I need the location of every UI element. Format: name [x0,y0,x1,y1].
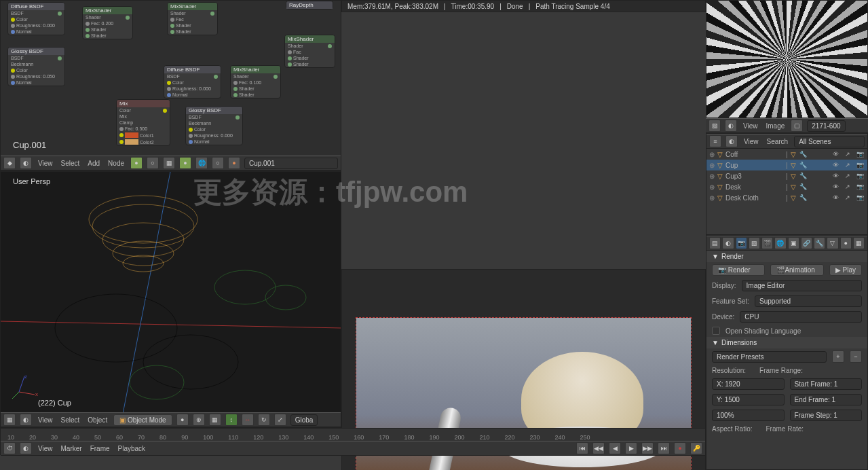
timeline[interactable]: 1020304050607080901001101201301401501601… [0,428,706,455]
menu-object[interactable]: Object [86,416,109,424]
render-button[interactable]: 📷 Render [712,264,765,276]
animation-button[interactable]: 🎬Animation [770,264,823,276]
res-x-field[interactable]: X: 1920 [712,378,785,390]
editor-type-icon[interactable]: ▦ [3,414,16,426]
featureset-field[interactable]: Supported [755,295,862,307]
tab-layers[interactable]: ▧ [749,237,760,249]
viewport-3d[interactable]: User Persp xz (222) Cup ▦ ◐ View Select … [0,171,341,428]
menu-node[interactable]: Node [106,160,126,167]
editor-type-icon[interactable]: ▤ [709,237,721,249]
outliner-item[interactable]: ⊕ ▽ Coff | ▽ 🔧 👁↗📷 [706,149,867,160]
editor-type-icon[interactable]: ⏱ [3,442,16,454]
menu-marker[interactable]: Marker [59,445,84,452]
menu-playback[interactable]: Playback [116,445,148,452]
node-mix[interactable]: Mix Color Mix Clamp Fac: 0.500 Color1 Co… [116,99,170,146]
node-raydepth[interactable]: RayDepth [286,1,333,10]
node-mixshader[interactable]: MixShader Shader Fac: 0.200 Shader Shade… [82,6,133,39]
menu-view[interactable]: View [36,416,55,424]
image-icon[interactable]: ▢ [791,120,803,132]
world-icon[interactable]: 🌐 [195,157,208,169]
outliner-item[interactable]: ⊕ ▽ Desk | ▽ 🔧 👁↗📷 [706,181,867,192]
jump-start-icon[interactable]: ⏮ [576,442,588,454]
play-reverse-icon[interactable]: ◀ [609,442,621,454]
tab-scene[interactable]: 🎬 [761,237,773,249]
orientation[interactable]: Globa [290,414,318,426]
record-icon[interactable]: ● [674,442,686,454]
menu-search[interactable]: Search [765,138,791,145]
pivot-icon[interactable]: ⊕ [193,414,205,426]
compositor-icon[interactable]: ○ [147,157,159,169]
tab-material[interactable]: ● [840,237,852,249]
expand-icon[interactable]: ◐ [20,414,32,426]
editor-type-icon[interactable]: ▧ [709,120,721,132]
expand-icon[interactable]: ◐ [722,237,734,249]
move-icon[interactable]: ↔ [242,414,254,426]
res-pct-field[interactable]: 100% [712,410,785,421]
node-diffuse-bsdf[interactable]: Diffuse BSDF BSDF Color Roughness: 0.000… [7,2,65,35]
object-icon[interactable]: ● [179,157,191,169]
menu-view[interactable]: View [741,122,760,130]
outliner-item[interactable]: ⊕ ▽ Desk Cloth | ▽ 🔧 👁↗📷 [706,192,867,203]
lamp-icon[interactable]: ○ [212,157,224,169]
outliner-item[interactable]: ⊕ ▽ Cup3 | ▽ 🔧 👁↗📷 [706,170,867,181]
scale-icon[interactable]: ⤢ [274,414,286,426]
node-mixshader-4[interactable]: MixShader Shader Fac Shader Shader [284,35,335,68]
play-icon[interactable]: ▶ [625,442,637,454]
layers-icon[interactable]: ▦ [209,414,221,426]
node-mixshader-3[interactable]: MixShader Shader Fac: 0.100 Shader Shade… [230,65,281,98]
mode-selector[interactable]: ▣ Object Mode [113,414,172,426]
outliner-item[interactable]: ⊕ ▽ Cup | ▽ 🔧 👁↗📷 [706,160,867,170]
menu-select[interactable]: Select [59,416,82,424]
osl-checkbox[interactable] [712,327,720,335]
render-panel-header[interactable]: ▼ Render [706,251,867,262]
menu-add[interactable]: Add [86,160,102,167]
res-y-field[interactable]: Y: 1500 [712,394,785,405]
key-icon[interactable]: 🔑 [690,442,702,454]
menu-frame[interactable]: Frame [88,445,112,452]
add-preset-icon[interactable]: + [832,350,844,363]
shading-icon[interactable]: ● [176,414,189,426]
image-name[interactable]: 2171-600 [807,120,845,132]
editor-type-icon[interactable]: ◆ [3,157,16,169]
frame-step-field[interactable]: Frame Step: 1 [790,410,863,421]
material-icon[interactable]: ● [228,157,240,169]
material-field[interactable]: Cup.001 [244,158,338,169]
menu-view[interactable]: View [742,138,761,145]
play-button[interactable]: ▶ Play [829,264,862,276]
editor-type-icon[interactable]: ≡ [709,135,721,147]
jump-end-icon[interactable]: ⏭ [658,442,670,454]
start-frame-field[interactable]: Start Frame: 1 [790,378,863,390]
menu-image[interactable]: Image [764,122,787,130]
texture-icon[interactable]: ▦ [163,157,175,169]
node-glossy-bsdf-2[interactable]: Glossy BSDF BSDF Beckmann Color Roughnes… [185,106,243,145]
remove-preset-icon[interactable]: − [850,350,862,363]
tab-render[interactable]: 📷 [736,237,747,249]
end-frame-field[interactable]: End Frame: 1 [790,394,863,405]
node-diffuse-bsdf-2[interactable]: Diffuse BSDF BSDF Color Roughness: 0.000… [164,65,221,98]
image-editor[interactable] [706,0,868,118]
next-key-icon[interactable]: ▶▶ [641,442,654,454]
shader-type-icon[interactable]: ● [130,157,143,169]
menu-view[interactable]: View [36,445,55,452]
tab-object[interactable]: ▣ [788,237,799,249]
prev-key-icon[interactable]: ◀◀ [592,442,605,454]
tab-constraints[interactable]: 🔗 [801,237,812,249]
dimensions-header[interactable]: ▼ Dimensions [706,337,867,348]
tab-world[interactable]: 🌐 [774,237,786,249]
node-glossy-bsdf[interactable]: Glossy BSDF BSDF Beckmann Color Roughnes… [7,47,65,86]
expand-icon[interactable]: ◐ [725,120,737,132]
menu-select[interactable]: Select [59,160,82,167]
manipulator-icon[interactable]: ↕ [225,414,238,426]
scenes-selector[interactable]: All Scenes [794,136,865,147]
device-field[interactable]: CPU [740,311,862,323]
expand-icon[interactable]: ◐ [20,157,32,169]
display-field[interactable]: Image Editor [742,280,862,291]
tab-modifiers[interactable]: 🔧 [814,237,825,249]
expand-icon[interactable]: ◐ [725,135,738,147]
expand-icon[interactable]: ◐ [20,442,32,454]
menu-view[interactable]: View [36,160,55,167]
presets-field[interactable]: Render Presets [712,351,827,363]
node-mixshader-2[interactable]: MixShader Shader Fac Shader Shader [167,2,218,35]
tab-data[interactable]: ▽ [827,237,838,249]
tab-texture[interactable]: ▦ [853,237,865,249]
